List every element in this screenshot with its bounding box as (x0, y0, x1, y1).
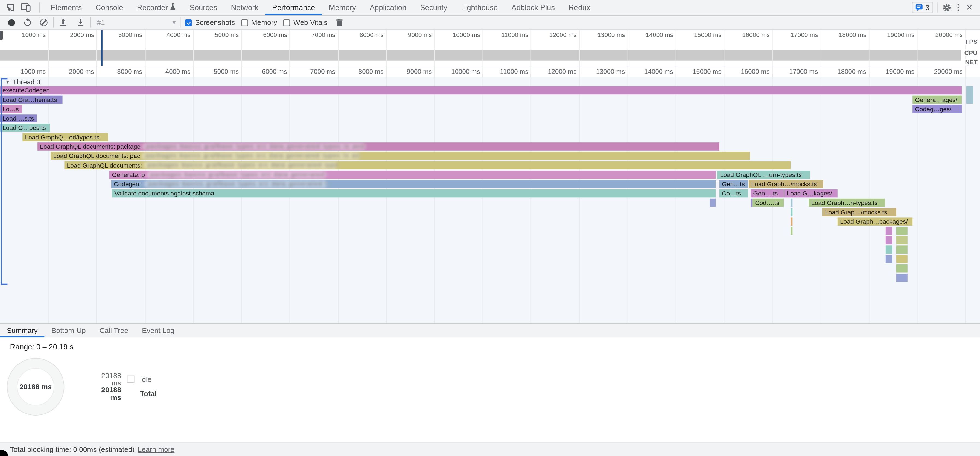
reload-and-record-icon[interactable] (22, 17, 33, 28)
flame-bar-load-graphql-urn-types-ts[interactable]: Load GraphQL …urn-types.ts (718, 171, 810, 179)
load-profile-icon[interactable] (57, 17, 68, 28)
flame-bar-load-gra-hema-ts[interactable]: Load Gra…hema.ts (0, 96, 63, 104)
tab-memory[interactable]: Memory (322, 0, 363, 15)
flame-bar-genera-ages[interactable]: Genera…ages/ (912, 96, 962, 104)
timeline-overview[interactable]: 1000 ms2000 ms3000 ms4000 ms5000 ms6000 … (0, 30, 980, 67)
close-devtools-icon[interactable]: × (964, 2, 975, 13)
tab-elements[interactable]: Elements (44, 0, 89, 15)
performance-toolbar: #1 ▼ Screenshots Memory Web Vitals (0, 16, 980, 30)
flame-bar[interactable] (966, 86, 973, 103)
flame-bar-codegen[interactable]: Codegen: packages basics grafbase types … (111, 180, 716, 188)
screenshots-label: Screenshots (195, 19, 235, 26)
flame-bar[interactable] (896, 227, 908, 235)
screenshots-checkbox[interactable] (185, 19, 192, 26)
flame-bar-gen-ts[interactable]: Gen…ts (719, 180, 748, 188)
bottom-tab-summary[interactable]: Summary (0, 324, 45, 337)
history-dropdown[interactable]: #1 ▼ (97, 19, 177, 26)
flame-bar-label: Validate documents against schema (114, 190, 215, 197)
flame-bar-validate-documents-against-schema[interactable]: Validate documents against schema (112, 189, 716, 198)
more-options-icon[interactable] (952, 2, 964, 13)
flame-bar[interactable] (791, 217, 792, 226)
overview-tick-label: 11000 ms (481, 31, 528, 38)
flame-bar[interactable] (751, 199, 752, 207)
tab-network[interactable]: Network (224, 0, 265, 15)
devtools-right-controls: 3 × (912, 2, 980, 13)
flame-bar-load-graph-mocks-ts[interactable]: Load Graph…/mocks.ts (749, 180, 823, 188)
tab-redux[interactable]: Redux (562, 0, 597, 15)
learn-more-link[interactable]: Learn more (138, 446, 175, 453)
overview-tick-label: 5000 ms (191, 31, 239, 38)
flame-bar-load-grap-mocks-ts[interactable]: Load Grap…/mocks.ts (822, 208, 896, 216)
chevron-down-icon: ▼ (171, 19, 177, 26)
tab-lighthouse[interactable]: Lighthouse (454, 0, 505, 15)
flame-bar[interactable] (896, 236, 908, 245)
memory-checkbox[interactable] (241, 19, 248, 26)
web-vitals-checkbox[interactable] (283, 19, 290, 26)
tab-application[interactable]: Application (363, 0, 414, 15)
flame-bar[interactable] (896, 246, 908, 254)
flame-bar-label: Load Graph…n-types.ts (811, 199, 878, 206)
flame-bar-load-g-kages[interactable]: Load G…kages/ (784, 189, 838, 198)
flame-bar[interactable] (886, 227, 892, 235)
flame-bar[interactable] (896, 255, 908, 263)
redacted-blurred-text: packages basics grafbase types src data … (145, 180, 328, 188)
overview-tick-label: 10000 ms (433, 31, 480, 38)
divider (53, 17, 54, 28)
flask-icon (170, 3, 176, 12)
tab-security[interactable]: Security (413, 0, 454, 15)
tab-adblock-plus[interactable]: Adblock Plus (504, 0, 562, 15)
overview-tick-label: 14000 ms (625, 31, 673, 38)
flame-bar-label: Load G…kages/ (787, 190, 832, 197)
flame-bar-load-graphql-documents-package[interactable]: Load GraphQL documents: packagepackages … (37, 143, 719, 151)
flame-bar-label: Codeg…ges/ (915, 105, 951, 112)
flame-bar-co-ts[interactable]: Co…ts (719, 189, 748, 198)
flame-bar-load-graph-packages[interactable]: Load Graph…packages/ (838, 217, 912, 226)
garbage-collect-icon[interactable] (334, 17, 345, 28)
flame-bar-cod-ts[interactable]: Cod….ts (752, 199, 784, 207)
flame-bar-load-graphql-documents-pac[interactable]: Load GraphQL documents: pacpackages basi… (51, 152, 750, 160)
flame-bar-load-graph-n-types-ts[interactable]: Load Graph…n-types.ts (809, 199, 885, 207)
inspect-element-icon[interactable] (5, 2, 16, 13)
flame-bar[interactable] (886, 255, 892, 263)
flame-bar-label: Load GraphQL documents: pac (53, 153, 140, 159)
flame-bar[interactable] (791, 199, 792, 207)
tab-sources[interactable]: Sources (183, 0, 224, 15)
save-profile-icon[interactable] (75, 17, 86, 28)
flame-bar-gen-ts[interactable]: Gen….ts (751, 189, 784, 198)
record-button[interactable] (6, 17, 17, 28)
flame-bar[interactable] (886, 236, 892, 245)
issues-count: 3 (926, 4, 929, 11)
track-selection-bracket (0, 78, 9, 285)
tab-console[interactable]: Console (89, 0, 130, 15)
history-selected: #1 (97, 19, 105, 26)
flame-bar[interactable] (710, 199, 716, 207)
flame-bar-load-graphq-ed-types-ts[interactable]: Load GraphQ…ed/types.ts (22, 133, 108, 141)
flame-bar-label: executeCodegen (2, 87, 50, 94)
flame-bar-label: Load GraphQL …urn-types.ts (720, 171, 802, 178)
tab-recorder[interactable]: Recorder (130, 0, 183, 15)
flame-bar-load-graphql-documents[interactable]: Load GraphQL documents:packages basics g… (64, 161, 791, 170)
tab-performance[interactable]: Performance (265, 0, 322, 15)
bottom-tab-event-log[interactable]: Event Log (135, 324, 181, 337)
cpu-activity-band (0, 50, 961, 61)
settings-gear-icon[interactable] (941, 2, 952, 13)
flame-bar-label: Load GraphQ…ed/types.ts (25, 134, 99, 140)
overview-tick-label: 16000 ms (722, 31, 770, 38)
flame-bar[interactable] (896, 274, 908, 282)
flame-bar[interactable] (886, 246, 892, 254)
issues-button[interactable]: 3 (912, 2, 933, 13)
device-toolbar-icon[interactable] (20, 2, 31, 13)
redacted-blurred-text: packages basics grafbase types src data … (144, 161, 338, 170)
clear-recording-icon[interactable] (38, 17, 49, 28)
flame-bar[interactable] (791, 208, 792, 216)
flame-bar-executecodegen[interactable]: executeCodegen (0, 86, 962, 94)
bottom-tab-call-tree[interactable]: Call Tree (93, 324, 135, 337)
bottom-tab-bottom-up[interactable]: Bottom-Up (45, 324, 93, 337)
flame-chart-pane[interactable]: 1000 ms2000 ms3000 ms4000 ms5000 ms6000 … (0, 66, 980, 323)
flame-bar-codeg-ges[interactable]: Codeg…ges/ (912, 105, 962, 113)
flame-bar[interactable] (791, 227, 792, 235)
flame-bar[interactable] (896, 264, 908, 273)
flame-bar-generate-p[interactable]: Generate: ppackages basics grafbase type… (110, 171, 716, 179)
overview-tick-label: 20000 ms (915, 31, 963, 38)
divider (181, 17, 181, 28)
